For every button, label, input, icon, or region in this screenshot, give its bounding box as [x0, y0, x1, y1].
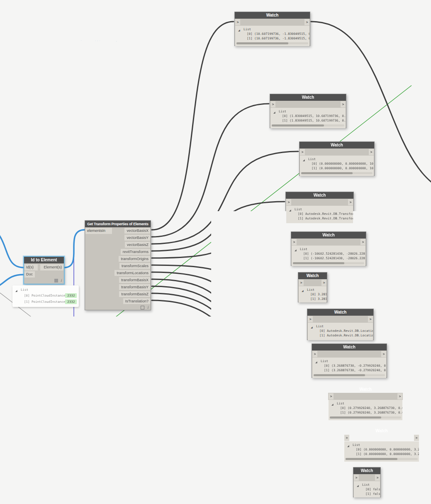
- node-header-watch[interactable]: Watch: [291, 232, 366, 239]
- expander-triangle-icon[interactable]: ◢: [15, 288, 17, 293]
- node-header-get-transform[interactable]: Get Transform Properties of Elements: [85, 221, 151, 227]
- watch-hscrollbar-thumb[interactable]: [346, 458, 397, 460]
- watch-hscrollbar-track[interactable]: [314, 374, 385, 376]
- watch-input-port[interactable]: >: [344, 435, 349, 441]
- node-watch-8[interactable]: Watch > > ◢ List [0] (0.279920240, 3.268…: [328, 386, 403, 420]
- node-header-watch[interactable]: Watch: [300, 142, 374, 149]
- gt-output-port-vectorbasisz[interactable]: vectorBasisZ: [125, 242, 150, 248]
- wire-watch-exit-7[interactable]: [388, 353, 431, 369]
- element-id-badge[interactable]: 2332: [65, 293, 77, 298]
- watch-input-port[interactable]: >: [308, 316, 313, 322]
- data-preview-bubble[interactable]: ◢ List [0] PointCloudInstance 2332 [1] P…: [12, 285, 79, 307]
- watch-output-port[interactable]: >: [414, 435, 419, 441]
- node-watch-2[interactable]: Watch > > ◢ List [0] (0.000000000, 0.000…: [299, 141, 375, 176]
- gt-input-port-elementsIn[interactable]: elementsIn: [85, 228, 112, 234]
- watch-hscrollbar-thumb[interactable]: [293, 262, 344, 264]
- node-header-id-to-element[interactable]: Id to Element: [24, 257, 64, 263]
- node-watch-7[interactable]: Watch > > ◢ List [0] (3.268876730, -0.27…: [312, 343, 387, 378]
- node-watch-10[interactable]: Watch > > ◢ List [0] false[1] false: [353, 467, 381, 497]
- watch-output-port[interactable]: >: [397, 393, 402, 399]
- watch-hscrollbar-thumb[interactable]: [314, 374, 365, 376]
- watch-input-port[interactable]: >: [300, 149, 305, 155]
- watch-list-root[interactable]: ◢ List: [354, 482, 380, 487]
- node-watch-4[interactable]: Watch > > ◢ List [0] (-10602.524281430, …: [291, 231, 366, 266]
- ide-output-port-elements[interactable]: Element(s): [40, 264, 63, 270]
- expander-triangle-icon[interactable]: ◢: [357, 483, 359, 488]
- watch-input-port[interactable]: >: [286, 199, 291, 205]
- gt-output-port-transformorigins[interactable]: transformOrigins: [119, 256, 150, 262]
- watch-input-port[interactable]: >: [329, 393, 334, 399]
- node-header-watch[interactable]: Watch: [307, 309, 373, 316]
- watch-output-port[interactable]: >: [348, 199, 353, 205]
- watch-input-port[interactable]: >: [299, 280, 304, 286]
- expander-triangle-icon[interactable]: ◢: [315, 360, 317, 364]
- watch-input-port[interactable]: >: [235, 19, 240, 25]
- watch-hscrollbar-track[interactable]: [330, 416, 401, 419]
- gt-output-port-transformbasisx[interactable]: transformBasisX: [119, 277, 150, 283]
- ide-input-port-doc[interactable]: Doc: [24, 271, 35, 278]
- watch-list-root[interactable]: ◢ List: [286, 207, 353, 212]
- watch-output-port[interactable]: >: [321, 280, 326, 286]
- wire-gt-to-watch-3[interactable]: [152, 202, 285, 251]
- node-header-watch[interactable]: Watch: [270, 94, 346, 101]
- watch-output-port[interactable]: >: [368, 316, 373, 322]
- gt-output-port-transformlocations[interactable]: transformLocations: [114, 270, 150, 276]
- watch-output-port[interactable]: >: [341, 101, 346, 107]
- watch-output-port[interactable]: >: [304, 19, 309, 25]
- watch-hscrollbar-thumb[interactable]: [330, 416, 381, 419]
- watch-input-port[interactable]: >: [312, 351, 317, 357]
- node-watch-6[interactable]: Watch > > ◢ List [0] Autodesk.Revit.DB.L…: [307, 309, 374, 340]
- watch-hscrollbar-thumb[interactable]: [236, 42, 288, 44]
- wire-gt-to-watch-1[interactable]: [152, 104, 269, 237]
- watch-list-root[interactable]: ◢ List: [292, 247, 365, 251]
- expander-triangle-icon[interactable]: ◢: [289, 208, 291, 212]
- gt-output-port-vectorbasisy[interactable]: vectorBasisY: [124, 235, 150, 241]
- dynamo-canvas[interactable]: Get Transform Properties of Elements ele…: [0, 0, 431, 504]
- node-get-transform-properties[interactable]: Get Transform Properties of Elements ele…: [85, 220, 151, 310]
- watch-output-port[interactable]: >: [360, 239, 365, 245]
- node-header-watch[interactable]: Watch: [328, 386, 403, 393]
- expander-triangle-icon[interactable]: ◢: [311, 325, 313, 329]
- watch-hscrollbar-thumb[interactable]: [272, 124, 324, 127]
- watch-output-port[interactable]: >: [369, 149, 374, 155]
- wire-watch-exit-9[interactable]: [421, 437, 431, 438]
- info-icon[interactable]: i: [61, 279, 62, 282]
- node-watch-1[interactable]: Watch > > ◢ List [0] (1.830049515, 10.60…: [270, 94, 346, 128]
- preview-toggle-icon[interactable]: [141, 306, 144, 309]
- preview-toggle-icon[interactable]: [54, 279, 58, 282]
- expander-triangle-icon[interactable]: ◢: [303, 158, 305, 162]
- watch-hscrollbar-thumb[interactable]: [301, 172, 353, 174]
- watch-list-root[interactable]: ◢ List: [270, 109, 346, 114]
- watch-list-root[interactable]: ◢ List: [300, 157, 374, 161]
- node-header-watch[interactable]: Watch: [235, 12, 310, 19]
- watch-list-root[interactable]: ◢ List: [329, 401, 402, 406]
- node-watch-5[interactable]: Watch > > ◢ List [0] 3.281[1] 3.281: [298, 272, 327, 302]
- node-header-watch[interactable]: Watch: [286, 192, 353, 199]
- watch-output-port[interactable]: >: [375, 475, 380, 481]
- watch-input-port[interactable]: >: [354, 475, 359, 481]
- gt-output-port-revittransforms[interactable]: revitTransforms: [121, 249, 150, 255]
- watch-list-root[interactable]: ◢ List: [235, 27, 309, 32]
- watch-hscrollbar-track[interactable]: [293, 262, 364, 264]
- wire-into-ids[interactable]: [0, 224, 24, 268]
- gt-output-port-transformscales[interactable]: transformScales: [119, 263, 150, 269]
- info-icon[interactable]: i: [147, 306, 149, 309]
- watch-list-root[interactable]: ◢ List: [299, 287, 326, 292]
- expander-triangle-icon[interactable]: ◢: [302, 288, 304, 293]
- watch-hscrollbar-track[interactable]: [346, 458, 418, 460]
- watch-output-port[interactable]: >: [381, 351, 386, 357]
- wire-gt-to-watch-0[interactable]: [152, 22, 234, 230]
- node-header-watch[interactable]: Watch: [298, 273, 327, 279]
- wire-gt-to-watch-5[interactable]: [152, 265, 297, 282]
- expander-triangle-icon[interactable]: ◢: [347, 443, 349, 448]
- wire-gt-to-watch-2[interactable]: [152, 151, 298, 244]
- expander-triangle-icon[interactable]: ◢: [273, 110, 275, 114]
- expander-triangle-icon[interactable]: ◢: [295, 248, 297, 252]
- wire-elements-to-elementsin[interactable]: [64, 230, 85, 268]
- wire-gt-to-watch-7[interactable]: [152, 279, 311, 353]
- watch-input-port[interactable]: >: [292, 239, 297, 245]
- node-watch-0[interactable]: Watch > > ◢ List [0] (10.607199736, -1.8…: [234, 12, 310, 46]
- expander-triangle-icon[interactable]: ◢: [331, 402, 334, 407]
- preview-list-root[interactable]: ◢ List: [12, 287, 76, 292]
- watch-hscrollbar-track[interactable]: [301, 172, 373, 174]
